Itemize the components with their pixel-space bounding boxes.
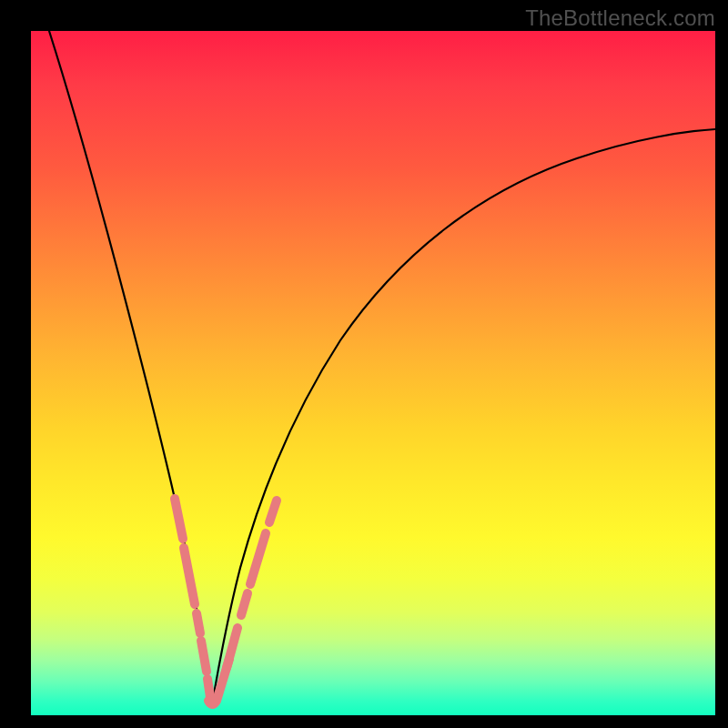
highlight-group — [175, 499, 277, 704]
segment-r1 — [227, 628, 238, 668]
curve-right-branch — [212, 129, 715, 704]
watermark-text: TheBottleneck.com — [525, 5, 715, 31]
segment-r2 — [241, 593, 248, 615]
plot-area — [31, 31, 715, 715]
segment-l2 — [184, 548, 195, 604]
segment-l3 — [197, 613, 200, 633]
curve-left-branch — [49, 31, 212, 704]
segment-l1 — [175, 499, 183, 539]
segment-l4 — [201, 641, 207, 672]
segment-r3 — [250, 533, 266, 584]
chart-frame: TheBottleneck.com — [0, 0, 728, 728]
segment-r4 — [269, 500, 277, 522]
curve-layer — [31, 31, 715, 715]
segment-l5 — [207, 679, 210, 697]
